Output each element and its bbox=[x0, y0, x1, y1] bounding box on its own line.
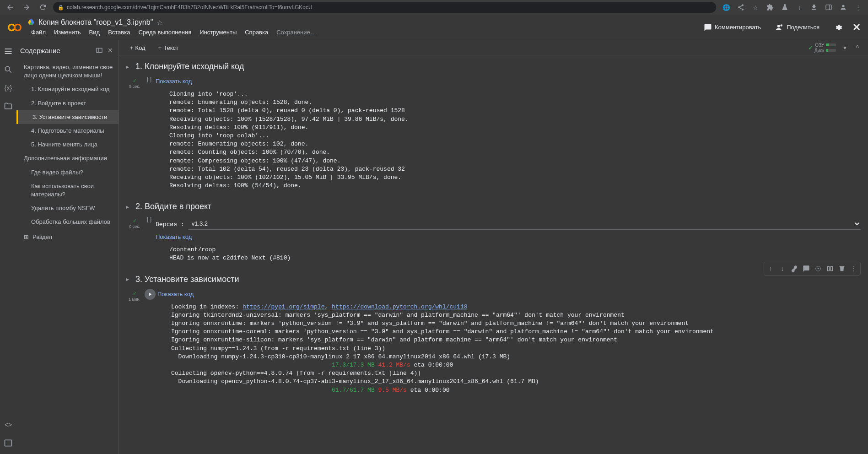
cell-bracket: [ ] bbox=[145, 76, 154, 194]
menu-help[interactable]: Справка bbox=[241, 28, 272, 37]
toc-close-icon[interactable]: ✕ bbox=[106, 46, 115, 55]
share-icon[interactable] bbox=[734, 1, 747, 14]
cell-2: ✓ 0 сек. [ ] Версия : v1.3.2 Показать ко… bbox=[119, 214, 868, 268]
toc-item-materials[interactable]: 4. Подготовьте материалы bbox=[16, 124, 119, 138]
exec-time: 1 мин. bbox=[129, 297, 140, 302]
cell-bracket: [ ] bbox=[145, 216, 154, 266]
saving-status: Сохранение… bbox=[273, 28, 320, 37]
svg-line-8 bbox=[10, 71, 11, 73]
toc-item-swap[interactable]: 5. Начните менять лица bbox=[16, 138, 119, 151]
browser-extensions: 🌐 ☆ ↓ ⋮ bbox=[720, 1, 864, 14]
comment-icon bbox=[704, 23, 712, 32]
menu-insert[interactable]: Вставка bbox=[104, 28, 134, 37]
colab-header: Копия блокнота "roop_v1_3.ipynb" ☆ Файл … bbox=[0, 15, 868, 40]
toc-item-enter[interactable]: 2. Войдите в проект bbox=[16, 97, 119, 110]
check-icon: ✓ bbox=[133, 291, 137, 297]
pypi-link[interactable]: https://pypi.org/simple bbox=[243, 303, 324, 310]
section-3-title: 3. Установите зависимости bbox=[135, 275, 239, 284]
svg-rect-0 bbox=[826, 5, 831, 10]
colab-logo-icon bbox=[7, 20, 22, 35]
menu-icon[interactable]: ⋮ bbox=[852, 1, 864, 14]
toc-item-intro[interactable]: Картинка, видео, измените свое лицо одни… bbox=[16, 60, 119, 82]
run-cell-button[interactable] bbox=[145, 289, 156, 300]
drive-icon bbox=[27, 19, 35, 26]
add-text-button[interactable]: + Текст bbox=[155, 43, 182, 53]
menu-edit[interactable]: Изменить bbox=[50, 28, 85, 37]
add-section-button[interactable]: ⊞ Раздел bbox=[16, 229, 119, 245]
move-up-icon[interactable]: ↑ bbox=[765, 263, 776, 274]
menu-runtime[interactable]: Среда выполнения bbox=[135, 28, 195, 37]
terminal-rail-icon[interactable] bbox=[4, 438, 13, 448]
search-rail-icon[interactable] bbox=[4, 65, 13, 74]
add-comment-icon[interactable] bbox=[801, 263, 812, 274]
cell-1-output: Cloning into 'roop'... remote: Enumerati… bbox=[156, 86, 861, 194]
version-select[interactable]: v1.3.2 bbox=[188, 218, 861, 230]
url-bar[interactable]: 🔒 colab.research.google.com/drive/1qjmCs… bbox=[53, 2, 716, 13]
cell-1: ✓ 5 сек. [ ] Показать код Cloning into '… bbox=[119, 74, 868, 195]
add-code-button[interactable]: + Код bbox=[126, 43, 149, 53]
exec-time: 5 сек. bbox=[129, 85, 140, 89]
close-button[interactable]: ✕ bbox=[852, 22, 861, 33]
exec-time: 0 сек. bbox=[129, 225, 140, 229]
toc-sidebar: Содержание ✕ Картинка, видео, измените с… bbox=[16, 40, 119, 454]
move-down-icon[interactable]: ↓ bbox=[777, 263, 788, 274]
toc-icon[interactable] bbox=[4, 47, 13, 56]
variables-rail-icon[interactable]: {x} bbox=[4, 83, 13, 92]
toc-item-how-use[interactable]: Как использовать свои материалы? bbox=[16, 179, 119, 201]
mirror-icon[interactable] bbox=[825, 263, 836, 274]
browser-toolbar: 🔒 colab.research.google.com/drive/1qjmCs… bbox=[0, 0, 868, 15]
toc-item-deps[interactable]: 3. Установите зависимости bbox=[16, 110, 119, 124]
translate-icon[interactable]: 🌐 bbox=[720, 1, 733, 14]
show-code-link[interactable]: Показать код bbox=[156, 232, 192, 242]
svg-rect-10 bbox=[97, 48, 102, 52]
cell-toolbar: + Код + Текст ✓ ОЗУ Диск ▾ ^ bbox=[119, 40, 868, 55]
toc-fullwidth-icon[interactable] bbox=[95, 46, 104, 55]
svg-point-2 bbox=[842, 5, 844, 7]
notebook-content: + Код + Текст ✓ ОЗУ Диск ▾ ^ ▸ 1. Клонир… bbox=[119, 40, 868, 454]
show-code-link[interactable]: Показать код bbox=[157, 289, 194, 299]
back-button[interactable] bbox=[4, 1, 16, 14]
show-code-link[interactable]: Показать код bbox=[156, 76, 192, 86]
profile-icon[interactable] bbox=[837, 1, 850, 14]
section-2-header: ▸ 2. Войдите в проект bbox=[119, 195, 868, 214]
delete-icon[interactable] bbox=[836, 263, 847, 274]
collapse-arrow-icon[interactable]: ▸ bbox=[126, 64, 132, 70]
people-icon bbox=[776, 23, 784, 32]
connection-status[interactable]: ✓ ОЗУ Диск bbox=[808, 43, 836, 53]
more-icon[interactable]: ⋮ bbox=[848, 263, 859, 274]
flask-icon[interactable] bbox=[778, 1, 791, 14]
extensions-icon[interactable] bbox=[764, 1, 776, 14]
download-icon[interactable]: ↓ bbox=[793, 1, 806, 14]
menu-tools[interactable]: Инструменты bbox=[196, 28, 240, 37]
pytorch-link[interactable]: https://download.pytorch.org/whl/cu118 bbox=[332, 303, 467, 310]
cell-settings-icon[interactable] bbox=[813, 263, 824, 274]
toc-item-addinfo[interactable]: Дополнительная информация bbox=[16, 151, 119, 165]
code-rail-icon[interactable]: <> bbox=[4, 420, 13, 429]
collapse-icon[interactable]: ^ bbox=[854, 42, 861, 53]
section-1-title: 1. Клонируйте исходный код bbox=[135, 62, 244, 71]
share-button[interactable]: Поделиться bbox=[771, 21, 824, 34]
menu-view[interactable]: Вид bbox=[86, 28, 104, 37]
svg-rect-9 bbox=[5, 440, 12, 446]
dropdown-icon[interactable]: ▾ bbox=[841, 42, 848, 53]
toc-item-clone[interactable]: 1. Клонируйте исходный код bbox=[16, 82, 119, 96]
collapse-arrow-icon[interactable]: ▸ bbox=[126, 276, 132, 282]
settings-button[interactable] bbox=[830, 21, 847, 34]
menu-file[interactable]: Файл bbox=[27, 28, 49, 37]
link-icon[interactable] bbox=[789, 263, 800, 274]
toc-item-remove-nsfw[interactable]: Удалить пломбу NSFW bbox=[16, 201, 119, 215]
install-icon[interactable] bbox=[808, 1, 820, 14]
toc-item-where-video[interactable]: Где видео файлы? bbox=[16, 166, 119, 179]
files-rail-icon[interactable] bbox=[4, 102, 13, 111]
star-document-icon[interactable]: ☆ bbox=[156, 18, 163, 27]
star-icon[interactable]: ☆ bbox=[749, 1, 762, 14]
document-title[interactable]: Копия блокнота "roop_v1_3.ipynb" bbox=[38, 18, 153, 27]
reload-button[interactable] bbox=[37, 1, 49, 14]
svg-point-12 bbox=[818, 268, 819, 269]
collapse-arrow-icon[interactable]: ▸ bbox=[126, 204, 132, 210]
comment-button[interactable]: Комментировать bbox=[699, 21, 766, 34]
cell-3: ✓ 1 мин. Показать код Looking in indexes… bbox=[119, 287, 868, 400]
panel-icon[interactable] bbox=[822, 1, 835, 14]
forward-button[interactable] bbox=[20, 1, 33, 14]
toc-item-large-files[interactable]: Обработка больших файлов bbox=[16, 215, 119, 229]
